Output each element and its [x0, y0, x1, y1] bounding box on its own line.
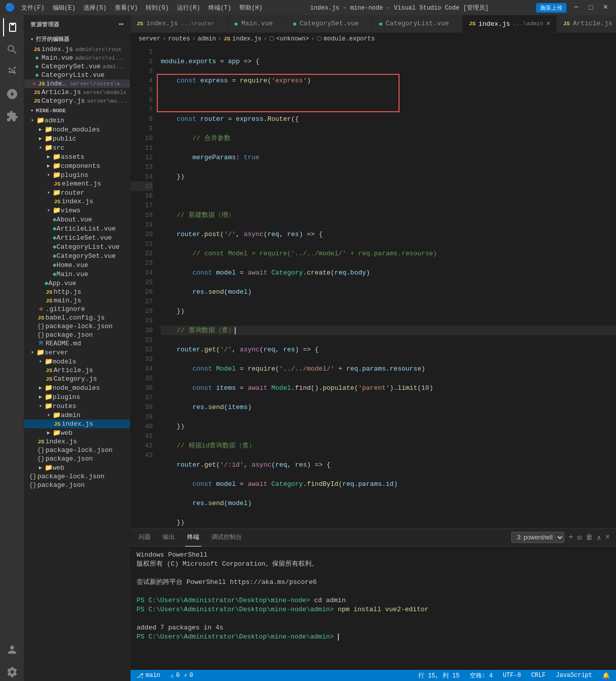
terminal-split-btn[interactable]: ⊡: [578, 533, 582, 542]
terminal-close-btn[interactable]: ×: [605, 533, 610, 542]
file-category-js[interactable]: JS Category.js: [24, 375, 130, 383]
minimize-btn[interactable]: −: [570, 3, 582, 12]
menu-terminal[interactable]: 终端(T): [208, 4, 232, 12]
file-package-lock-json[interactable]: {} package-lock.json: [24, 322, 130, 331]
activity-search[interactable]: [3, 40, 21, 59]
activity-account[interactable]: [3, 641, 21, 659]
menu-run[interactable]: 运行(R): [177, 4, 200, 12]
file-gitignore[interactable]: ⊕ .gitignore: [24, 305, 130, 313]
menu-edit[interactable]: 编辑(E): [53, 4, 76, 12]
menu-help[interactable]: 帮助(H): [239, 4, 262, 12]
project-section[interactable]: ▾ MINE-NODE: [24, 105, 130, 116]
folder-plugins-server[interactable]: ▶ 📁 plugins: [24, 392, 130, 401]
file-categorylist-vue[interactable]: ◆ CategoryList.vue: [24, 242, 130, 251]
code-content[interactable]: module.exports = app => { const express …: [157, 45, 616, 528]
close-btn[interactable]: ×: [600, 3, 611, 12]
sidebar-options-icon[interactable]: ⋯: [119, 19, 124, 29]
folder-models[interactable]: ▾ 📁 models: [24, 357, 130, 366]
folder-assets[interactable]: ▶ 📁 assets: [24, 152, 130, 161]
folder-components[interactable]: ▶ 📁 components: [24, 161, 130, 170]
file-article-js[interactable]: JS Article.js: [24, 366, 130, 375]
activity-scm[interactable]: [3, 63, 21, 81]
tab-output[interactable]: 输出: [161, 529, 177, 547]
status-branch[interactable]: ⎇ main: [135, 672, 162, 679]
file-http-js[interactable]: JS http.js: [24, 288, 130, 296]
folder-public[interactable]: ▶ 📁 public: [24, 134, 130, 143]
file-articleset-vue[interactable]: ◆ ArticleSet.vue: [24, 233, 130, 242]
status-feedback[interactable]: 🔔: [600, 672, 612, 679]
terminal-chevron-up[interactable]: ∧: [597, 533, 601, 542]
folder-routes-web[interactable]: ▶ 📁 web: [24, 428, 130, 437]
open-editor-main-vue[interactable]: ◆ Main.vue admin\src\vi...: [24, 54, 130, 62]
upload-btn[interactable]: 施策上传: [536, 3, 566, 13]
bc-indexjs[interactable]: index.js: [232, 35, 261, 42]
open-editors-section[interactable]: ▾ 打开的编辑器: [24, 33, 130, 45]
tab-categorylist[interactable]: ◆ CategoryList.vue ×: [373, 15, 463, 32]
folder-routes[interactable]: ▾ 📁 routes: [24, 401, 130, 411]
status-spaces[interactable]: 空格: 4: [468, 671, 495, 680]
file-app-vue[interactable]: ◆ App.vue: [24, 279, 130, 288]
folder-src[interactable]: ▾ 📁 src: [24, 143, 130, 152]
menu-goto[interactable]: 转到(G): [146, 4, 169, 12]
file-pkg-lock2[interactable]: {} package-lock.json: [24, 472, 130, 481]
maximize-btn[interactable]: □: [586, 4, 596, 12]
file-categoryset-vue[interactable]: ◆ CategorySet.vue: [24, 251, 130, 260]
tab-categoryset[interactable]: ◆ CategorySet.vue ×: [287, 15, 373, 32]
file-router-index[interactable]: JS index.js: [24, 197, 130, 206]
terminal-trash-btn[interactable]: 🗑: [586, 533, 593, 541]
file-index-routes-admin[interactable]: JS index.js: [24, 420, 130, 428]
bc-admin[interactable]: admin: [198, 35, 216, 42]
activity-debug[interactable]: [3, 85, 21, 103]
open-editor-article[interactable]: JS Article.js server\models: [24, 88, 130, 97]
status-position[interactable]: 行 15, 列 15: [416, 671, 462, 680]
status-language[interactable]: JavaScript: [554, 672, 594, 679]
tab-terminal[interactable]: 终端: [185, 529, 201, 547]
terminal-content[interactable]: Windows PowerShell 版权所有 (C) Microsoft Co…: [130, 547, 616, 670]
file-main-js[interactable]: JS main.js: [24, 296, 130, 305]
tab-close-active[interactable]: ×: [546, 20, 550, 28]
file-articlelist-vue[interactable]: ◆ ArticleList.vue: [24, 224, 130, 233]
tab-index-admin[interactable]: JS index.js ...\admin ×: [463, 15, 557, 32]
file-server-web[interactable]: ▶ 📁 web: [24, 463, 130, 472]
file-server-pkg-lock[interactable]: {} package-lock.json: [24, 446, 130, 455]
file-pkg2[interactable]: {} package.json: [24, 481, 130, 489]
menu-file[interactable]: 文件(F): [21, 4, 45, 12]
folder-node-modules-server[interactable]: ▶ 📁 node_modules: [24, 383, 130, 392]
folder-plugins[interactable]: ▾ 📁 plugins: [24, 170, 130, 179]
file-server-pkg[interactable]: {} package.json: [24, 455, 130, 463]
file-element-js[interactable]: JS element.js: [24, 179, 130, 188]
file-home-vue[interactable]: ◆ Home.vue: [24, 260, 130, 269]
menu-select[interactable]: 选择(S): [83, 4, 107, 12]
open-editor-categorylist[interactable]: ◆ CategoryList.vue: [24, 71, 130, 79]
file-babel-config[interactable]: JS babel.config.js: [24, 313, 130, 322]
activity-extensions[interactable]: [3, 107, 21, 125]
tab-main-vue[interactable]: ◆ Main.vue ×: [228, 15, 287, 32]
code-editor[interactable]: 12345 678910 1112131415 1617181920 21222…: [130, 45, 616, 528]
folder-router[interactable]: ▾ 📁 router: [24, 188, 130, 197]
status-encoding[interactable]: UTF-8: [501, 672, 523, 679]
file-package-json[interactable]: {} package.json: [24, 331, 130, 339]
tab-debug-console[interactable]: 调试控制台: [209, 529, 244, 547]
status-errors[interactable]: ⚠ 0 ⚡ 0: [168, 672, 195, 679]
status-line-ending[interactable]: CRLF: [529, 672, 548, 679]
file-server-index-js[interactable]: JS index.js: [24, 437, 130, 446]
tab-problems[interactable]: 问题: [137, 529, 153, 547]
folder-views[interactable]: ▾ 📁 views: [24, 206, 130, 215]
tab-article[interactable]: JS Article.js ×: [557, 15, 616, 32]
bc-module-exports[interactable]: module.exports: [324, 35, 375, 42]
activity-settings[interactable]: [3, 663, 21, 681]
folder-admin[interactable]: ▾ 📁 admin: [24, 116, 130, 125]
shell-selector[interactable]: 3: powershell: [511, 532, 564, 543]
menu-view[interactable]: 查看(V): [115, 4, 138, 12]
file-about-vue[interactable]: ◆ About.vue: [24, 215, 130, 224]
activity-explorer[interactable]: [3, 18, 21, 36]
bc-server[interactable]: server: [139, 35, 160, 42]
file-main-vue[interactable]: ◆ Main.vue: [24, 269, 130, 279]
open-editor-index-server[interactable]: ✕ JS index.js server\routes\a...: [24, 79, 130, 88]
folder-server[interactable]: ▾ 📁 server: [24, 348, 130, 357]
open-editor-category[interactable]: JS Category.js server\mo...: [24, 97, 130, 105]
tab-index-router[interactable]: JS index.js ...\router ×: [130, 15, 228, 32]
file-readme[interactable]: M README.md: [24, 339, 130, 348]
folder-node-modules[interactable]: ▶ 📁 node_modules: [24, 125, 130, 134]
open-editor-categoryset[interactable]: ◆ CategorySet.vue admi...: [24, 62, 130, 71]
